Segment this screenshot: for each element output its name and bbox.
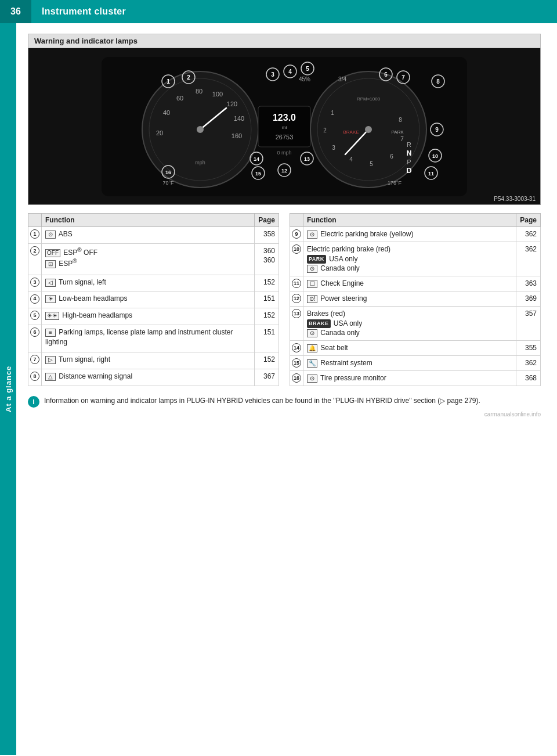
row-function: ◁ Turn signal, left <box>42 275 255 291</box>
table-row: 11 ☐ Check Engine 363 <box>290 276 541 291</box>
row-num: 10 <box>290 242 303 276</box>
header-bar: 36 Instrument cluster <box>0 0 557 23</box>
table-right: Function Page 9 ⊙ Electric parking brake… <box>290 213 541 386</box>
col-num-header-left <box>28 214 42 227</box>
row-function: 🔧 Restraint system <box>303 355 516 370</box>
row-icon: ◁ <box>45 279 56 287</box>
row-page: 152 <box>255 352 279 369</box>
col-page-header-right: Page <box>516 214 541 227</box>
row-page: 362 <box>516 355 541 370</box>
row-icon-2: ⊙ <box>307 329 317 337</box>
svg-text:16: 16 <box>165 170 171 175</box>
svg-text:11: 11 <box>428 171 434 177</box>
svg-text:15: 15 <box>255 171 261 177</box>
row-function: △ Distance warning sig­nal <box>42 369 255 386</box>
row-icon: ▷ <box>45 356 56 364</box>
row-num: 6 <box>28 325 42 352</box>
table-row: 4 ☀ Low-beam head­lamps 151 <box>28 291 279 308</box>
row-page: 358 <box>255 227 279 244</box>
row-num: 2 <box>28 243 42 275</box>
row-num: 1 <box>28 227 42 244</box>
svg-text:40: 40 <box>163 109 170 116</box>
row-icon: OFF <box>45 249 60 257</box>
svg-text:123.0: 123.0 <box>273 113 296 123</box>
svg-text:14: 14 <box>254 156 259 162</box>
row-page: 362 <box>516 242 541 276</box>
row-icon: ⊙ <box>45 231 56 239</box>
row-page: 369 <box>516 291 541 306</box>
row-function: ⊙! Power steering <box>303 291 516 306</box>
svg-text:9: 9 <box>435 127 439 133</box>
cluster-diagram: 20 40 60 80 100 120 140 160 mph 123.0 mi… <box>102 57 467 196</box>
side-tab-label: At a glance <box>0 23 16 755</box>
svg-text:70°F: 70°F <box>162 180 174 186</box>
svg-text:10: 10 <box>432 153 438 159</box>
svg-text:8: 8 <box>399 117 402 123</box>
svg-text:BRAKE: BRAKE <box>343 129 359 135</box>
row-icon: △ <box>45 373 56 381</box>
table-row: 6 ≡ Parking lamps, license plate lamp an… <box>28 325 279 352</box>
table-row: 10 Electric parking brake (red) PARK USA… <box>290 242 541 276</box>
row-page: 363 <box>516 276 541 291</box>
svg-text:120: 120 <box>227 100 237 107</box>
row-function: ⊙ Electric parking brake (yellow) <box>303 227 516 242</box>
row-function: ▷ Turn signal, right <box>42 352 255 369</box>
svg-text:80: 80 <box>196 88 202 95</box>
svg-text:4: 4 <box>349 156 353 163</box>
table-row: 3 ◁ Turn signal, left 152 <box>28 275 279 291</box>
svg-text:60: 60 <box>176 95 183 102</box>
row-num: 7 <box>28 352 42 369</box>
table-row: 8 △ Distance warning sig­nal 367 <box>28 369 279 386</box>
svg-text:5: 5 <box>370 161 373 167</box>
col-function-header-right: Function <box>303 214 516 227</box>
info-note: i Information on warning and indicator l… <box>28 395 541 408</box>
row-page: 151 <box>255 325 279 352</box>
table-row: 1 ⊙ ABS 358 <box>28 227 279 244</box>
svg-text:8: 8 <box>436 78 440 85</box>
info-icon: i <box>28 396 39 408</box>
row-icon: ⊙! <box>307 295 317 303</box>
svg-text:mi: mi <box>282 125 287 130</box>
row-num: 15 <box>290 355 303 370</box>
row-page: 357 <box>516 306 541 340</box>
svg-text:RPM×1000: RPM×1000 <box>357 96 381 102</box>
svg-text:45%: 45% <box>299 76 310 82</box>
page-number: 36 <box>0 0 31 23</box>
svg-text:6: 6 <box>390 153 393 160</box>
row-page: 355 <box>516 341 541 356</box>
row-num: 5 <box>28 308 42 325</box>
row-page: 152 <box>255 275 279 291</box>
row-num: 4 <box>28 291 42 308</box>
row-icon-badge: PARK <box>307 255 326 264</box>
page-title: Instrument cluster <box>42 6 126 17</box>
svg-text:160: 160 <box>232 132 242 139</box>
row-function: 🔔 Seat belt <box>303 341 516 356</box>
svg-point-31 <box>365 126 372 133</box>
row-icon: ⊙ <box>307 231 317 239</box>
svg-text:2: 2 <box>187 74 190 81</box>
row-num: 3 <box>28 275 42 291</box>
svg-text:2: 2 <box>323 127 327 134</box>
svg-text:7: 7 <box>402 74 405 81</box>
svg-text:7: 7 <box>400 136 404 142</box>
section-heading: Warning and indicator lamps <box>28 34 541 48</box>
svg-text:0 mph: 0 mph <box>277 150 291 156</box>
main-content: Warning and indicator lamps 20 40 60 80 … <box>16 23 557 755</box>
row-num: 13 <box>290 306 303 340</box>
row-function: Brakes (red) BRAKE USA only ⊙ Canada onl… <box>303 306 516 340</box>
svg-point-12 <box>197 126 204 133</box>
row-function: OFF ESP® OFF ⊡ ESP® <box>42 243 255 275</box>
row-icon: ☐ <box>307 280 317 288</box>
tables-container: Function Page 1 ⊙ ABS 358 2 <box>28 213 541 386</box>
image-caption: P54.33-3003-31 <box>494 196 536 202</box>
row-function: ☀ Low-beam head­lamps <box>42 291 255 308</box>
row-page: 151 <box>255 291 279 308</box>
row-icon-badge: BRAKE <box>307 319 331 328</box>
row-num: 14 <box>290 341 303 356</box>
row-num: 8 <box>28 369 42 386</box>
svg-text:mph: mph <box>195 160 205 165</box>
svg-text:R: R <box>407 141 411 148</box>
svg-text:26753: 26753 <box>276 134 294 141</box>
row-icon: ☀ <box>45 295 56 303</box>
svg-text:3: 3 <box>332 145 335 151</box>
